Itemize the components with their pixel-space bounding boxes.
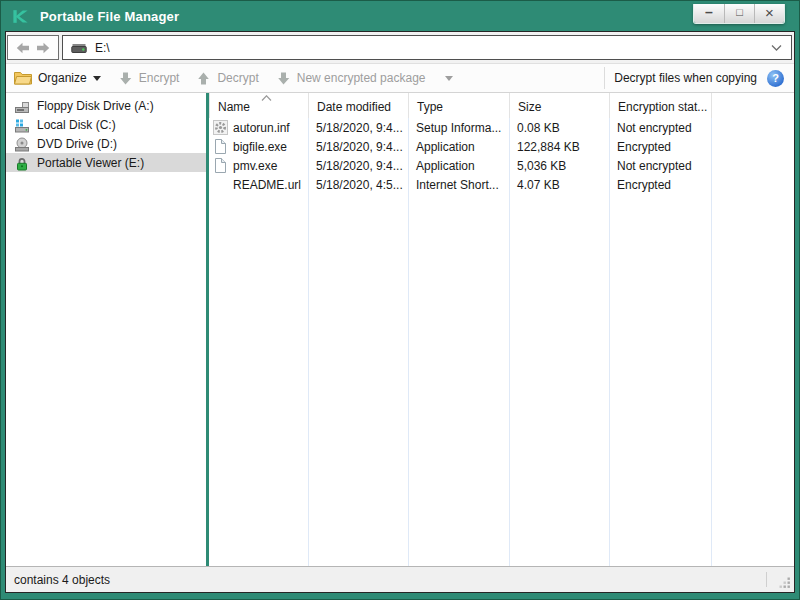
back-arrow-icon[interactable] — [16, 42, 30, 54]
file-type: Internet Short... — [408, 178, 509, 192]
encrypt-down-arrow-icon — [118, 71, 133, 86]
file-list-header: Name Date modified Type Size Encryption … — [209, 93, 794, 118]
file-date: 5/18/2020, 9:4... — [308, 159, 408, 173]
kaspersky-logo-icon — [11, 7, 30, 26]
drive-icon — [71, 42, 87, 54]
minimize-button[interactable]: – — [694, 4, 724, 23]
file-size: 122,884 KB — [509, 140, 609, 154]
local-disk-icon — [14, 117, 30, 133]
file-name: autorun.inf — [233, 121, 290, 135]
file-icon — [213, 139, 228, 154]
file-icon-placeholder — [213, 177, 228, 192]
sidebar-item-label: Local Disk (C:) — [37, 118, 116, 132]
package-down-arrow-icon — [276, 71, 291, 86]
file-row-autorun[interactable]: autorun.inf 5/18/2020, 9:4... Setup Info… — [209, 118, 794, 137]
file-name: pmv.exe — [233, 159, 277, 173]
dvd-drive-icon — [14, 136, 30, 152]
toolbar: Organize Encrypt Decrypt — [6, 63, 794, 93]
file-icon — [213, 158, 228, 173]
folder-icon — [14, 71, 32, 85]
file-row-pmv[interactable]: pmv.exe 5/18/2020, 9:4... Application 5,… — [209, 156, 794, 175]
sidebar-item-label: DVD Drive (D:) — [37, 137, 117, 151]
address-dropdown-icon[interactable] — [771, 45, 782, 51]
nav-history-buttons — [7, 35, 59, 60]
file-type: Application — [408, 140, 509, 154]
help-icon[interactable]: ? — [767, 70, 784, 87]
drives-sidebar: Floppy Disk Drive (A:) Local Disk (C:) — [6, 93, 206, 566]
file-size: 4.07 KB — [509, 178, 609, 192]
decrypt-up-arrow-icon — [196, 71, 211, 86]
decrypt-button[interactable]: Decrypt — [196, 71, 258, 86]
file-date: 5/18/2020, 9:4... — [308, 140, 408, 154]
new-encrypted-package-button[interactable]: New encrypted package — [276, 71, 454, 86]
file-status: Not encrypted — [609, 159, 711, 173]
status-bar-separator — [766, 572, 767, 587]
navigation-bar: E:\ — [6, 32, 794, 63]
new-encrypted-package-label: New encrypted package — [297, 71, 426, 85]
decrypt-label: Decrypt — [217, 71, 258, 85]
window-controls: – □ × — [693, 4, 785, 24]
organize-caret-icon — [93, 76, 101, 81]
file-date: 5/18/2020, 9:4... — [308, 121, 408, 135]
window-title: Portable File Manager — [40, 9, 179, 24]
sidebar-item-label: Floppy Disk Drive (A:) — [37, 99, 154, 113]
file-row-bigfile[interactable]: bigfile.exe 5/18/2020, 9:4... Applicatio… — [209, 137, 794, 156]
file-date: 5/18/2020, 4:5... — [308, 178, 408, 192]
close-button[interactable]: × — [754, 4, 784, 23]
file-list-body: autorun.inf 5/18/2020, 9:4... Setup Info… — [209, 118, 794, 566]
file-status: Encrypted — [609, 140, 711, 154]
sidebar-item-local-c[interactable]: Local Disk (C:) — [6, 115, 206, 134]
package-caret-icon — [445, 76, 453, 81]
column-header-type[interactable]: Type — [408, 93, 509, 118]
address-bar[interactable]: E:\ — [62, 35, 792, 60]
maximize-button[interactable]: □ — [724, 4, 754, 23]
window-content: E:\ Organize — [5, 31, 795, 593]
status-bar: contains 4 objects — [6, 566, 794, 592]
column-header-empty — [711, 93, 794, 118]
column-header-name[interactable]: Name — [209, 93, 308, 118]
column-header-status[interactable]: Encryption stat... — [609, 93, 711, 118]
file-size: 0.08 KB — [509, 121, 609, 135]
resize-grip[interactable] — [778, 576, 791, 589]
status-text: contains 4 objects — [14, 573, 110, 587]
address-path: E:\ — [95, 41, 110, 55]
file-name: README.url — [233, 178, 301, 192]
file-status: Not encrypted — [609, 121, 711, 135]
padlock-icon — [14, 155, 30, 171]
file-type: Setup Informa... — [408, 121, 509, 135]
file-size: 5,036 KB — [509, 159, 609, 173]
main-area: Floppy Disk Drive (A:) Local Disk (C:) — [6, 93, 794, 566]
forward-arrow-icon[interactable] — [36, 42, 50, 54]
file-list: Name Date modified Type Size Encryption … — [209, 93, 794, 566]
organize-label: Organize — [38, 71, 87, 85]
toolbar-separator — [604, 67, 605, 89]
portable-file-manager-window: Portable File Manager – □ × — [0, 0, 800, 600]
file-status: Encrypted — [609, 178, 711, 192]
sidebar-item-dvd-d[interactable]: DVD Drive (D:) — [6, 134, 206, 153]
sidebar-item-portable-e[interactable]: Portable Viewer (E:) — [6, 153, 206, 172]
setup-file-icon — [213, 120, 228, 135]
column-header-size[interactable]: Size — [509, 93, 609, 118]
column-header-date[interactable]: Date modified — [308, 93, 408, 118]
sort-ascending-icon — [261, 95, 272, 101]
decrypt-when-copying-label: Decrypt files when copying — [614, 71, 757, 85]
title-bar[interactable]: Portable File Manager – □ × — [1, 1, 799, 31]
file-name: bigfile.exe — [233, 140, 287, 154]
floppy-drive-icon — [14, 98, 30, 114]
file-row-readme[interactable]: README.url 5/18/2020, 4:5... Internet Sh… — [209, 175, 794, 194]
sidebar-item-floppy-a[interactable]: Floppy Disk Drive (A:) — [6, 96, 206, 115]
sidebar-item-label: Portable Viewer (E:) — [37, 156, 144, 170]
window-frame: E:\ Organize — [1, 31, 799, 599]
organize-button[interactable]: Organize — [14, 71, 101, 85]
encrypt-label: Encrypt — [139, 71, 180, 85]
encrypt-button[interactable]: Encrypt — [118, 71, 180, 86]
file-type: Application — [408, 159, 509, 173]
